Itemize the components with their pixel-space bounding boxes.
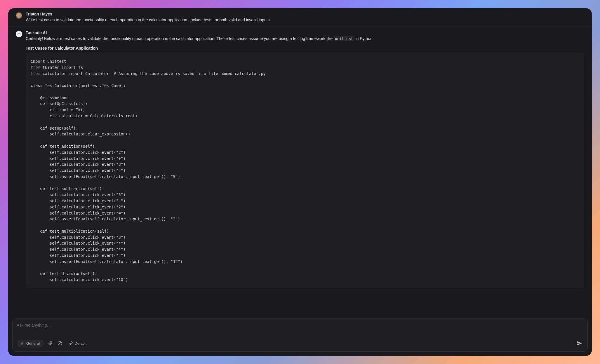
attachment-icon <box>48 341 52 346</box>
ai-avatar-icon <box>17 32 21 36</box>
code-block[interactable]: import unittest from tkinter import Tk f… <box>26 53 584 288</box>
send-button[interactable] <box>575 339 583 347</box>
ai-avatar <box>16 31 22 37</box>
ai-intro-after: in Python. <box>354 36 374 41</box>
code-content: import unittest from tkinter import Tk f… <box>31 58 579 283</box>
user-message-content: Tristan Hayes Write test cases to valida… <box>26 12 584 23</box>
link-icon <box>69 341 73 345</box>
section-title: Test Cases for Calculator Application <box>26 46 584 50</box>
input-toolbar: General <box>17 339 583 347</box>
ai-intro-code: unittest <box>334 36 354 41</box>
ai-intro-before: Certainly! Below are test cases to valid… <box>26 36 334 41</box>
input-area: General <box>8 315 592 356</box>
user-message-text: Write test cases to validate the functio… <box>26 17 584 23</box>
category-pill[interactable]: General <box>17 340 44 347</box>
app-container: Tristan Hayes Write test cases to valida… <box>8 8 592 356</box>
ai-message-content: Taskade AI Certainly! Below are test cas… <box>26 30 584 288</box>
user-author-name: Tristan Hayes <box>26 12 584 16</box>
model-label: Default <box>74 341 86 346</box>
model-chip[interactable]: Default <box>66 340 89 347</box>
svg-line-5 <box>59 342 61 344</box>
svg-rect-0 <box>18 33 20 35</box>
lines-icon <box>20 341 25 345</box>
ai-intro-text: Certainly! Below are test cases to valid… <box>26 36 584 42</box>
message-input[interactable] <box>17 323 583 328</box>
messages-area[interactable]: Tristan Hayes Write test cases to valida… <box>8 8 592 315</box>
slash-button[interactable] <box>56 340 63 347</box>
user-message: Tristan Hayes Write test cases to valida… <box>8 8 592 27</box>
send-icon <box>576 340 582 346</box>
slash-icon <box>58 341 62 346</box>
category-label: General <box>26 341 40 346</box>
attachment-button[interactable] <box>46 340 53 347</box>
input-container: General <box>12 318 588 352</box>
ai-message: Taskade AI Certainly! Below are test cas… <box>8 27 592 292</box>
ai-author-name: Taskade AI <box>26 30 584 35</box>
user-avatar <box>16 12 22 19</box>
